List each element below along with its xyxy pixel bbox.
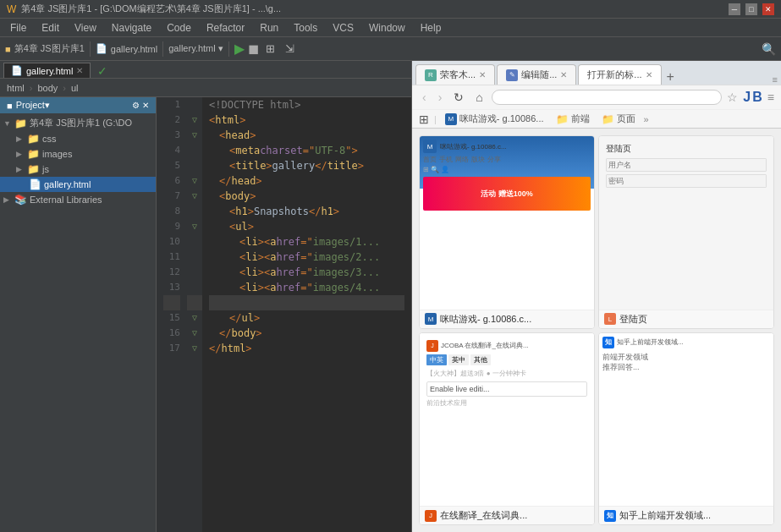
toolbar-extra-btn[interactable]: ⊞ <box>262 41 278 57</box>
code-line-13: <li><a href="images/4... <box>209 280 404 295</box>
maximize-button[interactable]: □ <box>745 3 757 15</box>
migu-nav-share: 分享 <box>487 155 501 164</box>
breadcrumb-html[interactable]: html <box>7 83 25 93</box>
tree-ext-lib-arrow: ▶ <box>3 195 12 204</box>
file-dropdown[interactable]: gallery.html ▾ <box>168 43 223 54</box>
browser-tab-1[interactable]: R 荣客木... ✕ <box>415 64 495 85</box>
migu-site-icon: M <box>423 140 437 153</box>
bookmarks-bar: ⊞ | M 咪咕游戏- g.10086... 📁 前端 📁 页面 » <box>412 109 781 128</box>
browser-tab-3[interactable]: 打开新的标... ✕ <box>578 64 661 85</box>
tree-images-label: images <box>42 149 72 159</box>
bookmark-page[interactable]: 📁 页面 <box>598 112 639 126</box>
zhihu-preview: 知 知乎上前端开发领域... 前端开发领域 推荐回答... <box>599 333 773 507</box>
project-header-icon: ■ <box>7 101 13 111</box>
browser-settings-btn[interactable]: ≡ <box>773 74 778 85</box>
toolbar-extra-btn2[interactable]: ⇲ <box>282 41 298 57</box>
gutter-6[interactable]: ▽ <box>187 173 202 189</box>
code-editor: 1 2 3 4 5 6 7 8 9 10 11 12 13 1 <box>157 97 411 532</box>
bookmark-miguGames[interactable]: M 咪咕游戏- g.10086... <box>442 112 547 126</box>
apps-icon[interactable]: ⊞ <box>419 112 429 126</box>
speed-dial-login[interactable]: 登陆页 L 登陆页 <box>598 135 774 329</box>
line-num-15: 15 <box>163 310 180 326</box>
file-tab-close-icon[interactable]: ✕ <box>76 66 83 75</box>
code-line-11: <li><a href="images/2... <box>209 250 404 265</box>
line-num-10: 10 <box>163 234 180 250</box>
tree-root-folder[interactable]: ▼ 📁 第4章 JS图片库1 (G:\DO <box>0 115 156 131</box>
gutter-2[interactable]: ▽ <box>187 112 202 128</box>
code-area[interactable]: 1 2 3 4 5 6 7 8 9 10 11 12 13 1 <box>157 97 411 532</box>
more-bookmarks-button[interactable]: » <box>644 114 649 124</box>
line-num-5: 5 <box>163 158 180 173</box>
speed-dial-zhihu[interactable]: 知 知乎上前端开发领域... 前端开发领域 推荐回答... 知 知乎上前端开发领… <box>598 332 774 526</box>
breadcrumb-ul[interactable]: ul <box>71 83 79 93</box>
app-icon: W <box>7 3 16 15</box>
dial-migu-text: 咪咕游戏- g.10086.c... <box>440 313 531 326</box>
root-folder-icon: 📁 <box>14 118 27 129</box>
gutter-16[interactable]: ▽ <box>187 326 202 341</box>
line-num-3: 3 <box>163 128 180 143</box>
code-line-9: <ul> <box>209 219 404 234</box>
tree-images-folder[interactable]: ▶ 📁 images <box>0 146 156 162</box>
gutter-12 <box>187 265 202 280</box>
window-title: 第4章 JS图片库1 - [G:\DOM编程艺术\第4章 JS图片库1] - .… <box>21 3 729 15</box>
menu-refactor[interactable]: Refactor <box>200 20 251 36</box>
menu-file[interactable]: File <box>3 20 33 36</box>
nav-home-button[interactable]: ⌂ <box>472 89 486 106</box>
browser-menu-button[interactable]: ≡ <box>767 90 774 104</box>
minimize-button[interactable]: ─ <box>729 3 740 15</box>
gutter-15[interactable]: ▽ <box>187 310 202 326</box>
menu-help[interactable]: Help <box>414 20 448 36</box>
close-button[interactable]: ✕ <box>762 3 774 15</box>
tree-ext-lib[interactable]: ▶ 📚 External Libraries <box>0 192 156 207</box>
tab2-close[interactable]: ✕ <box>560 70 567 80</box>
stop-button[interactable]: ◼ <box>248 41 259 57</box>
file-tab-gallery[interactable]: 📄 gallery.html ✕ <box>3 63 91 78</box>
nav-refresh-button[interactable]: ↻ <box>450 89 467 106</box>
menu-run[interactable]: Run <box>253 20 285 36</box>
menu-window[interactable]: Window <box>362 20 412 36</box>
speed-dial-migu[interactable]: M 咪咕游戏- g.10086.c... 首页 手机 网络 版块 分享 ⊞ 🔍 … <box>419 135 595 329</box>
breadcrumb-sep-1: › <box>30 83 33 93</box>
menu-navigate[interactable]: Navigate <box>105 20 158 36</box>
gutter-7[interactable]: ▽ <box>187 189 202 204</box>
menu-vcs[interactable]: VCS <box>326 20 360 36</box>
enable-live-preview: Enable live editi... <box>426 381 587 397</box>
speed-dial-translate[interactable]: J JCOBA 在线翻译_在线词典... 中英 英中 其他 【火大神】超送3倍 … <box>419 332 595 526</box>
menu-edit[interactable]: Edit <box>35 20 66 36</box>
new-tab-button[interactable]: + <box>663 69 678 85</box>
migu-banner: 活动 赠送100% <box>423 177 591 211</box>
menu-tools[interactable]: Tools <box>287 20 324 36</box>
gutter-17[interactable]: ▽ <box>187 341 202 356</box>
gutter-3[interactable]: ▽ <box>187 128 202 143</box>
bookmark-migu-icon: M <box>445 113 457 125</box>
browser-tab-2[interactable]: ✎ 编辑随... ✕ <box>497 64 576 85</box>
bookmark-frontend[interactable]: 📁 前端 <box>553 112 593 126</box>
gutter-4 <box>187 143 202 158</box>
menu-view[interactable]: View <box>68 20 103 36</box>
breadcrumb-body[interactable]: body <box>37 83 58 93</box>
project-label: 第4章 JS图片库1 <box>14 42 85 55</box>
tab3-close[interactable]: ✕ <box>646 70 652 80</box>
ide-body: ■ Project▾ ⚙ ✕ ▼ 📁 第4章 JS图片库1 (G:\DO ▶ <box>0 97 411 532</box>
dial-translate-label: J 在线翻译_在线词典... <box>420 506 594 524</box>
tab1-close[interactable]: ✕ <box>479 70 486 80</box>
gutter-9[interactable]: ▽ <box>187 219 202 234</box>
url-bar[interactable] <box>492 90 723 105</box>
tree-gallery-file[interactable]: 📄 gallery.html <box>0 177 156 192</box>
ide-breadcrumb: html › body › ul <box>0 79 411 97</box>
tree-css-folder[interactable]: ▶ 📁 css <box>0 131 156 146</box>
tree-js-folder[interactable]: ▶ 📁 js <box>0 162 156 177</box>
line-num-13: 13 <box>163 280 180 295</box>
menu-bar: File Edit View Navigate Code Refactor Ru… <box>0 19 781 37</box>
translate-subtext: 前沿技术应用 <box>426 398 587 408</box>
nav-back-button[interactable]: ‹ <box>419 89 430 106</box>
search-button[interactable]: 🔍 <box>762 42 776 56</box>
tree-root-label: 第4章 JS图片库1 (G:\DO <box>30 117 132 129</box>
migu-nav-web: 网络 <box>455 155 469 164</box>
zhihu-header: 知 知乎上前端开发领域... <box>602 337 770 348</box>
run-button[interactable]: ▶ <box>234 41 245 57</box>
nav-forward-button[interactable]: › <box>435 89 446 106</box>
project-settings-icon[interactable]: ⚙ ✕ <box>132 101 149 110</box>
menu-code[interactable]: Code <box>160 20 198 36</box>
bookmark-star-button[interactable]: ☆ <box>727 90 738 104</box>
